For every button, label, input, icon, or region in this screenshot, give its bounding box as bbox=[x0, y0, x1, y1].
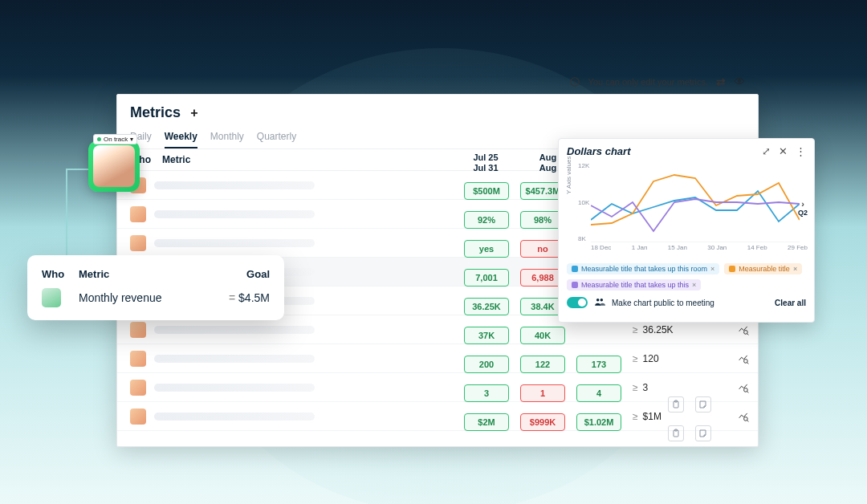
callout-col-goal: Goal bbox=[246, 268, 270, 280]
remove-pill-icon[interactable]: × bbox=[793, 265, 797, 273]
svg-point-16 bbox=[744, 359, 748, 363]
y-tick: 10K bbox=[578, 199, 589, 206]
x-tick: 15 Jan bbox=[668, 244, 687, 251]
goal-cell: ≥120 bbox=[633, 353, 729, 364]
metric-name-placeholder bbox=[154, 210, 315, 218]
metric-name-placeholder bbox=[154, 181, 315, 189]
goal-cell: ≥36.25K bbox=[633, 324, 729, 335]
remove-pill-icon[interactable]: × bbox=[692, 281, 696, 289]
value-chip[interactable]: 37K bbox=[464, 327, 509, 344]
series-line bbox=[591, 191, 800, 222]
avatar bbox=[130, 235, 146, 251]
avatar bbox=[42, 288, 61, 307]
y-tick: 8K bbox=[578, 235, 589, 242]
x-tick: 29 Feb bbox=[788, 244, 808, 251]
svg-point-14 bbox=[744, 330, 748, 334]
value-chip[interactable]: $500M bbox=[464, 182, 509, 200]
callout-col-metric: Metric bbox=[79, 268, 109, 280]
metric-name-placeholder bbox=[154, 384, 315, 392]
y-tick: 12K bbox=[578, 162, 589, 169]
value-chip[interactable]: 173 bbox=[576, 356, 621, 373]
series-line bbox=[591, 199, 800, 231]
chart-title: Dollars chart bbox=[567, 145, 630, 157]
note-icon[interactable] bbox=[695, 425, 711, 441]
clipboard-icon[interactable] bbox=[668, 425, 684, 441]
people-icon bbox=[594, 297, 605, 308]
legend-pill[interactable]: Measurable title that takes up this room… bbox=[567, 263, 719, 274]
metric-name-placeholder bbox=[154, 355, 315, 363]
value-chip[interactable]: 1 bbox=[520, 384, 565, 402]
metric-name-placeholder bbox=[154, 413, 315, 421]
clear-all-button[interactable]: Clear all bbox=[775, 299, 806, 307]
date-header: Jul 25Jul 31 bbox=[464, 152, 507, 173]
metric-name-placeholder bbox=[154, 326, 315, 334]
value-chip[interactable]: $2M bbox=[464, 413, 509, 431]
tab-monthly[interactable]: Monthly bbox=[210, 126, 244, 148]
svg-line-17 bbox=[747, 362, 749, 364]
clipboard-icon[interactable] bbox=[668, 396, 684, 413]
series-line bbox=[591, 175, 800, 225]
notice-text: You can only edit your metrics. bbox=[588, 77, 708, 87]
remove-pill-icon[interactable]: × bbox=[710, 265, 714, 273]
note-icon[interactable] bbox=[695, 396, 711, 413]
trend-icon[interactable] bbox=[734, 349, 753, 368]
tab-weekly[interactable]: Weekly bbox=[165, 126, 197, 148]
period-label: Q2 bbox=[798, 209, 808, 217]
svg-line-21 bbox=[747, 420, 749, 421]
table-row[interactable]: ≥120 bbox=[117, 344, 758, 373]
trend-icon[interactable] bbox=[734, 378, 753, 397]
trend-icon[interactable] bbox=[734, 320, 753, 339]
svg-line-19 bbox=[747, 391, 749, 392]
avatar bbox=[130, 408, 146, 425]
page-title: Metrics bbox=[130, 104, 181, 121]
chart-panel: Dollars chart ⤢ ✕ ⋮ Y Axis values 12K10K… bbox=[558, 138, 815, 323]
expand-icon[interactable]: ⤢ bbox=[762, 145, 771, 157]
eye-icon[interactable] bbox=[734, 75, 745, 88]
owner-avatar-badge[interactable]: On track ▾ bbox=[88, 140, 140, 192]
x-tick: 30 Jan bbox=[707, 244, 727, 251]
status-pill: On track ▾ bbox=[93, 134, 137, 144]
more-icon[interactable]: ⋮ bbox=[796, 145, 806, 157]
x-tick: 14 Feb bbox=[747, 244, 767, 251]
public-label: Make chart public to meeting bbox=[612, 299, 714, 307]
avatar bbox=[130, 380, 146, 396]
public-toggle[interactable] bbox=[567, 297, 588, 308]
svg-point-30 bbox=[600, 299, 604, 302]
swap-icon[interactable]: ⇄ bbox=[716, 75, 726, 88]
value-chip[interactable]: 36.25K bbox=[464, 298, 509, 315]
x-tick: 1 Jan bbox=[632, 244, 648, 251]
avatar bbox=[130, 351, 146, 367]
value-chip[interactable]: $999K bbox=[520, 413, 565, 431]
chevron-right-icon[interactable]: › bbox=[801, 199, 804, 209]
tab-quarterly[interactable]: Quarterly bbox=[257, 126, 296, 148]
callout-metric-name: Monthly revenue bbox=[79, 291, 162, 304]
value-chip[interactable]: yes bbox=[464, 240, 509, 258]
col-metric: Metric bbox=[162, 154, 347, 165]
trend-icon[interactable] bbox=[734, 407, 753, 426]
svg-point-20 bbox=[744, 417, 748, 421]
close-icon[interactable]: ✕ bbox=[779, 145, 788, 157]
value-chip[interactable]: 3 bbox=[464, 384, 509, 402]
add-metric-button[interactable]: + bbox=[187, 106, 201, 120]
callout-col-who: Who bbox=[42, 268, 69, 280]
svg-point-18 bbox=[744, 388, 748, 392]
metric-name-placeholder bbox=[154, 239, 315, 247]
value-chip[interactable]: 122 bbox=[520, 356, 565, 373]
notice-bar: You can only edit your metrics. ⇄ bbox=[569, 75, 745, 88]
chart-plot bbox=[591, 162, 800, 242]
x-tick: 18 Dec bbox=[591, 244, 611, 251]
svg-point-2 bbox=[574, 79, 575, 80]
legend-pill[interactable]: Measurable title × bbox=[724, 263, 802, 274]
metric-callout: Who Metric Goal Monthly revenue =$4.5M bbox=[27, 255, 284, 320]
avatar bbox=[130, 322, 146, 338]
y-axis-label: Y Axis values bbox=[565, 156, 572, 194]
value-chip[interactable]: 200 bbox=[464, 356, 509, 373]
value-chip[interactable]: 40K bbox=[520, 327, 565, 344]
value-chip[interactable]: 92% bbox=[464, 211, 509, 229]
callout-goal: =$4.5M bbox=[229, 291, 270, 304]
avatar bbox=[93, 145, 135, 187]
legend-pill[interactable]: Measurable title that takes up this × bbox=[567, 279, 701, 291]
value-chip[interactable]: 7,001 bbox=[464, 269, 509, 287]
svg-point-29 bbox=[596, 299, 600, 302]
info-icon bbox=[569, 76, 580, 87]
